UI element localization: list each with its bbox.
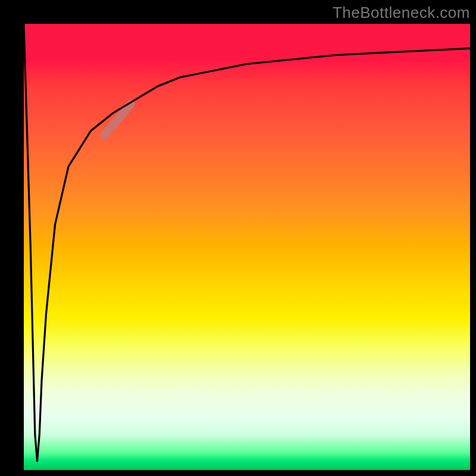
watermark-text: TheBottleneck.com (333, 4, 470, 22)
plot-area (24, 24, 470, 470)
curve-svg (24, 24, 470, 470)
highlight-segment (104, 104, 131, 136)
chart-frame: TheBottleneck.com (0, 0, 476, 476)
main-curve-path (24, 24, 470, 461)
